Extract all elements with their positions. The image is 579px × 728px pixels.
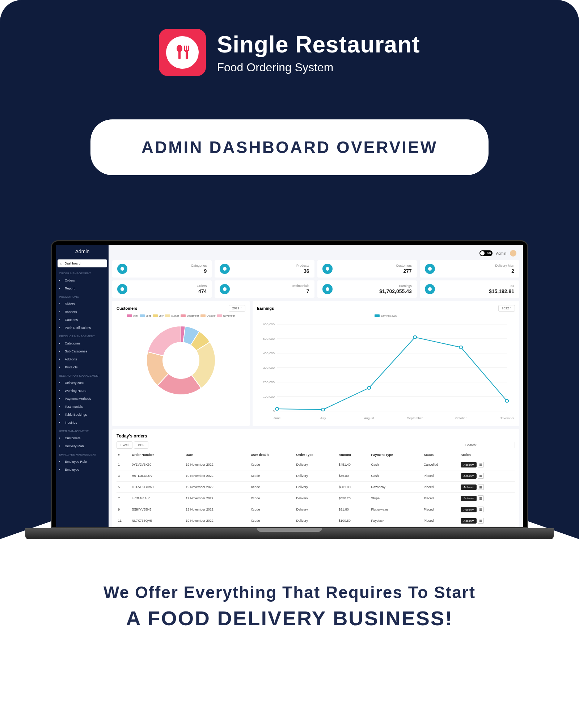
table-row: 10Y1V2V6X3019 November 2022XcodeDelivery… (117, 459, 515, 470)
menu-icon: • (59, 365, 63, 369)
stat-card[interactable]: Products36 (215, 260, 314, 278)
sidebar-item[interactable]: •Working Hours (56, 387, 109, 395)
legend-item: June (140, 314, 151, 317)
table-column-header[interactable]: Action (459, 451, 515, 459)
table-column-header[interactable]: Date (184, 451, 249, 459)
export-excel-button[interactable]: Excel (117, 441, 132, 449)
svg-text:400,000: 400,000 (263, 351, 275, 355)
action-button[interactable]: Action ▾ (461, 462, 477, 467)
sidebar-item[interactable]: •Products (56, 363, 109, 371)
sidebar-item[interactable]: •Sliders (56, 300, 109, 308)
stat-card[interactable]: Customers277 (317, 260, 417, 278)
detail-icon[interactable]: ▦ (478, 473, 484, 479)
sidebar-item[interactable]: •Testimonials (56, 403, 109, 411)
user-label[interactable]: Admin (496, 251, 506, 255)
detail-icon[interactable]: ▦ (478, 495, 484, 501)
earnings-chart-card: Earnings 2022 ˅ Earnings 2022 (253, 301, 519, 426)
sidebar-item[interactable]: •Push Notifications (56, 324, 109, 332)
action-button[interactable]: Action ▾ (461, 473, 477, 479)
stat-value: 277 (396, 268, 412, 274)
svg-text:500,000: 500,000 (263, 337, 275, 340)
svg-rect-1 (178, 51, 181, 59)
customers-year-select[interactable]: 2022 ˅ (229, 305, 245, 312)
stat-label: Tax (489, 284, 514, 288)
stat-icon (220, 264, 230, 274)
sidebar-item[interactable]: •Payment Methods (56, 395, 109, 403)
sidebar-item[interactable]: •Delivery Man (56, 442, 109, 450)
table-row: 9SSIKYV55N319 November 2022XcodeDelivery… (117, 504, 515, 515)
menu-icon: • (59, 389, 63, 393)
orders-table-title: Today's orders (117, 433, 515, 439)
table-column-header[interactable]: Amount (337, 451, 369, 459)
sidebar-item[interactable]: •Sub Categories (56, 347, 109, 355)
svg-point-29 (275, 407, 279, 410)
stat-label: Products (296, 264, 309, 267)
customers-chart-title: Customers (117, 306, 137, 310)
sidebar-item-dashboard[interactable]: ⌂ Dashboard (58, 259, 107, 267)
sidebar-item[interactable]: •Categories (56, 339, 109, 347)
sidebar-item[interactable]: •Add-ons (56, 355, 109, 363)
stat-value: 36 (296, 268, 309, 274)
sidebar-item[interactable]: •Orders (56, 276, 109, 284)
svg-point-7 (121, 267, 124, 271)
brand-header: Single Restaurant Food Ordering System (14, 29, 565, 76)
sidebar-item[interactable]: •Employee Role (56, 458, 109, 466)
menu-icon: • (59, 326, 63, 330)
legend-item: September (181, 314, 199, 317)
sidebar-item[interactable]: •Table Bookings (56, 411, 109, 419)
detail-icon[interactable]: ▦ (478, 462, 484, 467)
earnings-year-select[interactable]: 2022 ˅ (498, 305, 515, 312)
menu-icon: • (59, 436, 63, 440)
customers-chart-card: Customers 2022 ˅ AprilJuneJulyAugustSept… (112, 301, 250, 426)
action-button[interactable]: Action ▾ (461, 507, 477, 512)
stat-card[interactable]: Delivery Man2 (420, 260, 519, 278)
donut-legend: AprilJuneJulyAugustSeptemberOctoberNovem… (117, 314, 245, 317)
sidebar-item[interactable]: •Employee (56, 466, 109, 474)
action-button[interactable]: Action ▾ (461, 518, 477, 524)
svg-point-14 (428, 287, 432, 291)
sidebar-item[interactable]: •Delivery zone (56, 379, 109, 387)
table-column-header[interactable]: Payment Type (369, 451, 422, 459)
stat-card[interactable]: Orders474 (112, 280, 212, 298)
earnings-chart-title: Earnings (257, 306, 274, 310)
detail-icon[interactable]: ▦ (478, 518, 484, 524)
detail-icon[interactable]: ▦ (478, 507, 484, 512)
svg-point-8 (223, 267, 227, 271)
sidebar-item[interactable]: •Banners (56, 308, 109, 316)
stat-card[interactable]: Tax$15,192.81 (420, 280, 519, 298)
svg-text:0: 0 (273, 409, 275, 412)
table-column-header[interactable]: # (117, 451, 130, 459)
action-button[interactable]: Action ▾ (461, 496, 477, 501)
svg-text:100,000: 100,000 (263, 395, 275, 398)
action-button[interactable]: Action ▾ (461, 484, 477, 490)
stat-icon (220, 284, 230, 294)
table-column-header[interactable]: Order Number (130, 451, 184, 459)
menu-icon: • (59, 302, 63, 306)
table-column-header[interactable]: Status (422, 451, 459, 459)
stat-icon (117, 284, 127, 294)
customers-donut-chart (141, 321, 221, 400)
table-column-header[interactable]: User details (249, 451, 295, 459)
svg-point-9 (326, 267, 329, 271)
stat-label: Categories (191, 264, 207, 267)
stat-card[interactable]: Categories9 (112, 260, 212, 278)
sidebar-item[interactable]: •Report (56, 284, 109, 292)
legend-item: April (127, 314, 138, 317)
sidebar-section-heading: USER MANAGEMENT (56, 427, 109, 434)
legend-item: October (200, 314, 216, 317)
brand-subtitle: Food Ordering System (217, 61, 420, 74)
theme-toggle[interactable] (479, 250, 493, 256)
stat-card[interactable]: Testimonials7 (215, 280, 314, 298)
stat-card[interactable]: Earnings$1,702,055.43 (317, 280, 417, 298)
table-column-header[interactable]: Order Type (295, 451, 337, 459)
sidebar-item[interactable]: •Customers (56, 434, 109, 442)
svg-point-30 (321, 408, 325, 411)
sidebar-item[interactable]: •Inquiries (56, 419, 109, 427)
brand-logo (159, 29, 206, 76)
stat-label: Earnings (379, 284, 412, 288)
detail-icon[interactable]: ▦ (478, 484, 484, 490)
export-pdf-button[interactable]: PDF (134, 441, 148, 449)
sidebar-item[interactable]: •Coupons (56, 316, 109, 324)
search-input[interactable] (479, 442, 515, 448)
avatar[interactable] (510, 250, 516, 257)
